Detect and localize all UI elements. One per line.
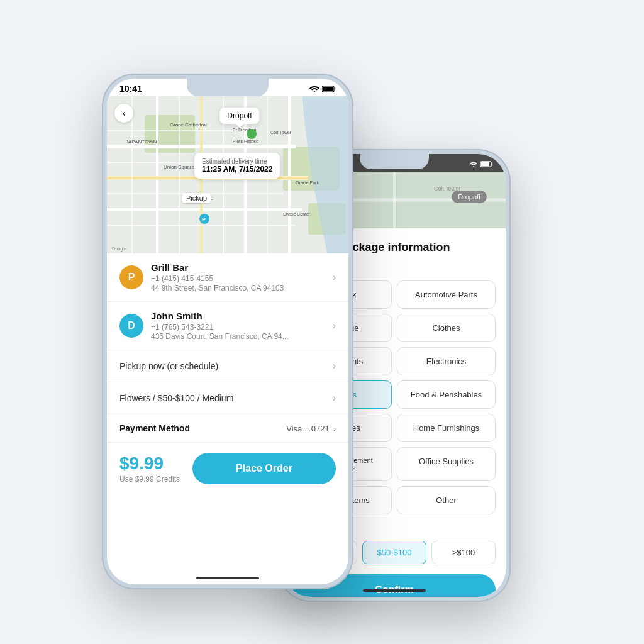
dropoff-name: John Smith bbox=[151, 311, 333, 321]
delivery-time-box: Estimated delivery time 11:25 AM, 7/15/2… bbox=[194, 153, 280, 179]
pickup-address: 44 9th Street, San Francisco, CA 94103 bbox=[151, 284, 333, 292]
cat-other[interactable]: Other bbox=[397, 486, 496, 514]
price-section: $9.99 Use $9.99 Credits bbox=[119, 453, 180, 484]
svg-text:Google: Google bbox=[112, 247, 126, 252]
card-area: P Grill Bar +1 (415) 415-4155 44 9th Str… bbox=[107, 253, 348, 494]
back-button[interactable]: ‹ bbox=[114, 104, 133, 123]
battery-icon bbox=[322, 86, 336, 92]
cat-home-furnishings[interactable]: Home Furnishings bbox=[397, 414, 496, 442]
pickup-contact-row[interactable]: P Grill Bar +1 (415) 415-4155 44 9th Str… bbox=[107, 253, 348, 302]
pickup-avatar: P bbox=[119, 265, 143, 289]
svg-text:Coit Tower: Coit Tower bbox=[270, 130, 292, 135]
wifi-icon bbox=[309, 85, 319, 92]
payment-row: Payment Method Visa....0721 › bbox=[107, 414, 348, 443]
place-order-button[interactable]: Place Order bbox=[192, 453, 336, 484]
home-indicator-1 bbox=[196, 577, 259, 579]
phone2-dropoff-label: Dropoff bbox=[452, 191, 487, 203]
val-high[interactable]: >$100 bbox=[431, 541, 496, 564]
dropoff-address: 435 Davis Court, San Francisco, CA 94... bbox=[151, 332, 333, 341]
phone1-frame: 10:41 bbox=[102, 74, 353, 589]
pickup-chevron: › bbox=[333, 272, 336, 283]
package-option-row[interactable]: Flowers / $50-$100 / Medium › bbox=[107, 382, 348, 414]
pickup-option-label: Pickup now (or schedule) bbox=[119, 361, 218, 371]
notch bbox=[187, 79, 269, 96]
svg-text:JAPANTOWN: JAPANTOWN bbox=[126, 139, 157, 145]
home-indicator-2 bbox=[363, 589, 426, 592]
bottom-area: $9.99 Use $9.99 Credits Place Order bbox=[107, 443, 348, 494]
status-icons-2 bbox=[469, 161, 493, 167]
svg-rect-39 bbox=[481, 162, 489, 166]
pickup-option-chevron: › bbox=[333, 360, 336, 372]
dropoff-chevron: › bbox=[333, 320, 336, 331]
wifi-icon-2 bbox=[469, 161, 478, 167]
dropoff-tooltip: Dropoff bbox=[219, 108, 259, 124]
package-option-label: Flowers / $50-$100 / Medium bbox=[119, 393, 233, 403]
svg-rect-1 bbox=[323, 87, 333, 91]
svg-text:Union Square: Union Square bbox=[164, 164, 194, 170]
dropoff-phone: +1 (765) 543-3221 bbox=[151, 323, 333, 331]
package-option-chevron: › bbox=[333, 392, 336, 404]
svg-text:Grace Cathedral: Grace Cathedral bbox=[170, 122, 207, 128]
cat-clothes[interactable]: Clothes bbox=[397, 314, 496, 342]
cat-electronics[interactable]: Electronics bbox=[397, 347, 496, 375]
pickup-label: Pickup bbox=[182, 193, 211, 203]
payment-method-label: Payment Method bbox=[119, 423, 190, 433]
svg-text:P: P bbox=[202, 216, 206, 223]
dropoff-contact-row[interactable]: D John Smith +1 (765) 543-3221 435 Davis… bbox=[107, 302, 348, 350]
payment-chevron: › bbox=[333, 424, 336, 433]
dropoff-info: John Smith +1 (765) 543-3221 435 Davis C… bbox=[151, 311, 333, 341]
pickup-option-row[interactable]: Pickup now (or schedule) › bbox=[107, 350, 348, 382]
svg-text:Chase Center: Chase Center bbox=[283, 212, 311, 216]
svg-text:Piers Historic: Piers Historic bbox=[233, 139, 259, 143]
map-area-1: JAPANTOWN Coit Tower Grace Cathedral Uni… bbox=[107, 96, 348, 253]
pickup-name: Grill Bar bbox=[151, 262, 333, 273]
pickup-phone: +1 (415) 415-4155 bbox=[151, 274, 333, 283]
status-icons-1 bbox=[309, 85, 336, 92]
payment-value-display[interactable]: Visa....0721 › bbox=[286, 424, 336, 433]
val-mid[interactable]: $50-$100 bbox=[362, 541, 426, 564]
phone1-screen: 10:41 bbox=[107, 79, 348, 584]
pickup-info: Grill Bar +1 (415) 415-4155 44 9th Stree… bbox=[151, 262, 333, 292]
payment-card: Visa....0721 bbox=[286, 424, 329, 433]
time-display-1: 10:41 bbox=[119, 84, 142, 94]
battery-icon-2 bbox=[480, 161, 493, 167]
svg-text:Oracle Park: Oracle Park bbox=[296, 180, 319, 185]
notch-2 bbox=[360, 154, 429, 169]
cat-office[interactable]: Office Supplies bbox=[397, 447, 496, 481]
credits-label: Use $9.99 Credits bbox=[119, 475, 180, 484]
dropoff-avatar: D bbox=[119, 314, 143, 338]
price-display: $9.99 bbox=[119, 453, 180, 474]
cat-food[interactable]: Food & Perishables bbox=[397, 380, 496, 409]
cat-automotive[interactable]: Automotive Parts bbox=[397, 280, 496, 309]
